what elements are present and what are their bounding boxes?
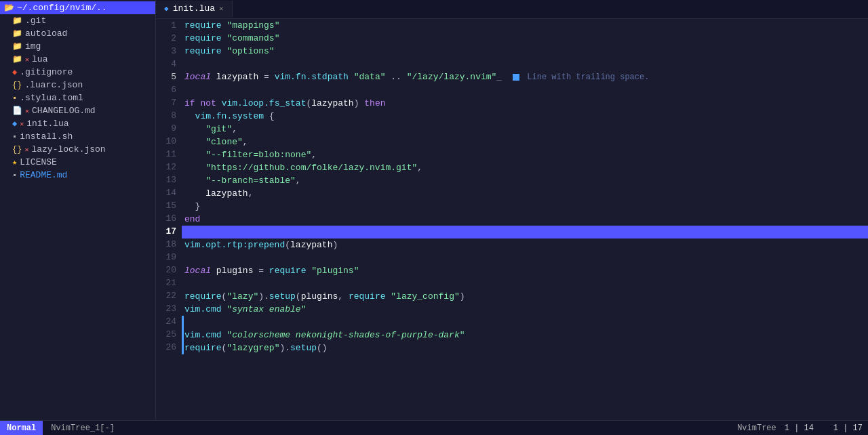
editor-area: ◆ init.lua ✕ 1 2 3 4 5 6 7 8 9 10 11 12 … [156,0,868,420]
line-num-18: 18 [161,238,176,251]
status-nvimtree: NvimTree_1[-] [43,423,123,433]
toml-icon: ▪ [12,94,17,103]
status-position: 1 | 14 1 | 17 [785,423,863,433]
tab-initlua-label: init.lua [173,3,215,14]
lua-icon: ◆ [12,119,17,129]
main-area: 📂 ~/.config/nvim/.. 📁 .git 📁 autoload 📁 … [0,0,868,420]
sidebar-item-readme[interactable]: ▪ README.md [0,169,155,182]
line-num-9: 9 [161,122,176,135]
line-num-25: 25 [161,328,176,341]
code-line-1: require "mappings" [182,19,868,32]
code-line-4 [182,58,868,70]
code-line-6 [182,84,868,97]
code-line-10: "clone", [182,136,868,148]
code-line-2: require "commands" [182,32,868,45]
line-num-2: 2 [161,32,176,45]
status-right: NvimTree 1 | 14 1 | 17 [737,423,868,433]
line-num-1: 1 [161,19,176,32]
line-num-24: 24 [161,315,176,328]
line-num-19: 19 [161,251,176,264]
code-line-18: vim.opt.rtp:prepend(lazypath) [182,239,868,251]
code-line-11: "--filter=blob:none", [182,148,868,161]
code-line-16: end [182,213,868,226]
sidebar-item-lua-label: lua [32,54,47,64]
line-num-26: 26 [161,341,176,354]
gitignore-icon: ◆ [12,67,17,77]
line-num-15: 15 [161,199,176,212]
sidebar-item-luarc[interactable]: {} .luarc.json [0,79,155,91]
line-num-23: 23 [161,302,176,315]
folder-icon: 📁 [12,54,22,64]
sidebar: 📂 ~/.config/nvim/.. 📁 .git 📁 autoload 📁 … [0,0,156,420]
sidebar-item-root[interactable]: 📂 ~/.config/nvim/.. [0,1,155,14]
code-line-21 [182,277,868,290]
line-num-20: 20 [161,264,176,276]
readme-icon: ▪ [12,171,17,180]
code-line-15: } [182,200,868,213]
code-line-7: if not vim.loop.fs_stat(lazypath) then [182,97,868,110]
modified-x-icon: ✕ [25,56,29,64]
line-num-4: 4 [161,58,176,70]
line-num-21: 21 [161,276,176,289]
line-num-14: 14 [161,186,176,199]
line-num-7: 7 [161,96,176,109]
code-line-12: "https://github.com/folke/lazy.nvim.git"… [182,161,868,174]
folder-icon: 📁 [12,28,22,39]
code-line-22: require("lazy").setup(plugins, require "… [182,290,868,303]
sidebar-item-git[interactable]: 📁 .git [0,14,155,27]
json-icon: {} [12,81,22,90]
nvimtree-label: NvimTree_1[-] [51,423,115,433]
code-line-20: local plugins = require "plugins" [182,264,868,277]
folder-open-icon: 📂 [4,3,14,13]
line-num-8: 8 [161,109,176,122]
folder-icon: 📁 [12,16,22,26]
sidebar-item-stylua[interactable]: ▪ .stylua.toml [0,91,155,104]
sidebar-item-git-label: .git [25,16,46,26]
sidebar-item-readme-label: README.md [20,170,67,180]
modified-x-icon: ✕ [20,120,24,128]
line-numbers: 1 2 3 4 5 6 7 8 9 10 11 12 13 14 15 16 1… [156,19,182,420]
code-line-26: require("lazygrep").setup() [182,341,868,354]
tab-close-button[interactable]: ✕ [219,4,224,13]
sidebar-item-stylua-label: .stylua.toml [20,93,83,103]
sidebar-item-lazylock[interactable]: {} ✕ lazy-lock.json [0,143,155,156]
mode-label: Normal [7,423,36,433]
sidebar-item-changelog[interactable]: 📄 ✕ CHANGELOG.md [0,104,155,117]
modified-x-icon: ✕ [25,107,29,115]
line-num-12: 12 [161,161,176,173]
code-line-19 [182,251,868,264]
line-num-5: 5 [161,70,176,83]
lua-tab-icon: ◆ [164,4,169,13]
code-area[interactable]: 1 2 3 4 5 6 7 8 9 10 11 12 13 14 15 16 1… [156,19,868,420]
sidebar-item-license-label: LICENSE [20,157,57,167]
code-line-25: vim.cmd "colorscheme nekonight-shades-of… [182,329,868,341]
sidebar-item-gitignore[interactable]: ◆ .gitignore [0,66,155,79]
sidebar-item-img[interactable]: 📁 img [0,40,155,53]
code-line-14: lazypath, [182,187,868,200]
code-line-17 [182,226,868,239]
sidebar-item-lua[interactable]: 📁 ✕ lua [0,53,155,66]
code-line-24 [182,316,868,329]
status-bar: Normal NvimTree_1[-] NvimTree 1 | 14 1 |… [0,420,868,435]
sidebar-item-initlua-label: init.lua [26,119,68,129]
line-num-3: 3 [161,45,176,58]
sidebar-item-autoload[interactable]: 📁 autoload [0,27,155,40]
sidebar-item-install[interactable]: ▪ install.sh [0,130,155,143]
folder-icon: 📁 [12,41,22,51]
sidebar-item-license[interactable]: ★ LICENSE [0,156,155,169]
code-line-3: require "options" [182,45,868,58]
code-line-23: vim.cmd "syntax enable" [182,303,868,316]
sidebar-item-initlua[interactable]: ◆ ✕ init.lua [0,117,155,130]
sidebar-item-autoload-label: autoload [25,28,67,39]
line-num-10: 10 [161,135,176,148]
tab-initlua[interactable]: ◆ init.lua ✕ [156,1,233,18]
sidebar-item-luarc-label: .luarc.json [24,80,83,90]
sidebar-item-install-label: install.sh [20,131,73,142]
md-icon: 📄 [12,106,22,116]
sidebar-item-gitignore-label: .gitignore [20,67,73,77]
status-mode: Normal [0,421,43,435]
code-line-9: "git", [182,123,868,136]
license-icon: ★ [12,157,17,167]
line-num-16: 16 [161,212,176,225]
tab-bar: ◆ init.lua ✕ [156,0,868,19]
